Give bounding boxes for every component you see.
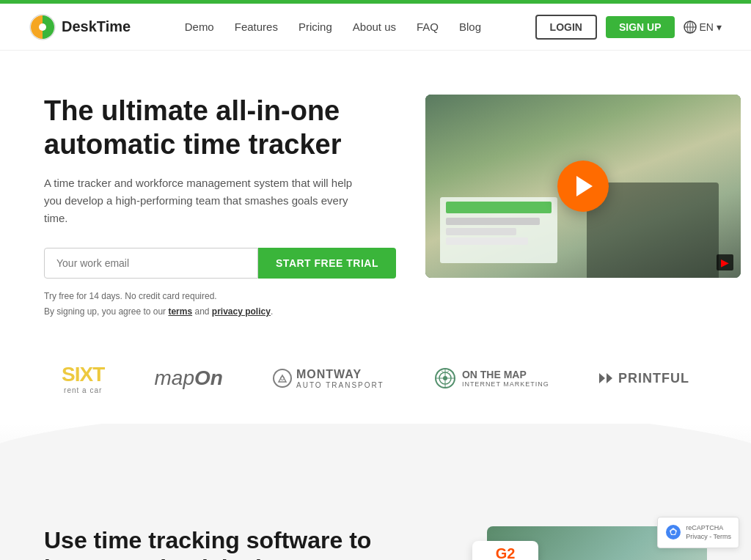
logo[interactable]: DeskTime xyxy=(29,14,131,40)
recaptcha-badge: reCAPTCHA Privacy - Terms xyxy=(657,517,739,548)
login-button[interactable]: LOGIN xyxy=(535,15,597,40)
bottom-section: Use time tracking software to boost prod… xyxy=(0,497,751,560)
mapon-logo: mapOn xyxy=(154,366,222,390)
start-trial-button[interactable]: START FREE TRIAL xyxy=(258,248,396,279)
logo-text: DeskTime xyxy=(62,18,131,35)
fine-print: Try free for 14 days. No credit card req… xyxy=(44,289,396,319)
nav-blog[interactable]: Blog xyxy=(459,21,481,33)
desktime-logo-icon xyxy=(29,14,56,40)
privacy-link[interactable]: privacy policy xyxy=(212,306,271,317)
onthemap-logo: ON THE MAP INTERNET MARKETING xyxy=(434,367,549,389)
signup-form: START FREE TRIAL xyxy=(44,248,396,279)
hero-content: The ultimate all-in-one automatic time t… xyxy=(44,95,396,319)
signup-button[interactable]: SIGN UP xyxy=(606,16,675,38)
video-thumbnail xyxy=(425,95,741,278)
montway-icon xyxy=(273,369,292,388)
email-input[interactable] xyxy=(44,248,258,279)
fine-print-and: and xyxy=(192,306,212,317)
hero-title: The ultimate all-in-one automatic time t… xyxy=(44,95,396,161)
client-logos: SIXT rent a car mapOn MONTWAY AUTO TRANS… xyxy=(0,348,751,424)
nav-faq[interactable]: FAQ xyxy=(417,21,439,33)
sixt-logo: SIXT rent a car xyxy=(62,363,104,394)
svg-point-1 xyxy=(39,23,46,31)
youtube-badge: ▶ xyxy=(717,254,733,270)
navbar: DeskTime Demo Features Pricing About us … xyxy=(0,4,751,51)
g2-logo: G2 xyxy=(496,545,516,560)
g2-badge: G2 Leader Small Business SUMMER 2022 xyxy=(472,541,538,560)
hero-video[interactable]: ▶ xyxy=(425,95,741,278)
lang-label: EN xyxy=(700,21,714,33)
recaptcha-text: reCAPTCHA Privacy - Terms xyxy=(686,523,731,542)
montway-icon-svg xyxy=(277,373,287,383)
lang-chevron-icon: ▾ xyxy=(717,21,722,33)
montway-logo: MONTWAY AUTO TRANSPORT xyxy=(273,368,384,389)
fine-print-line2: By signing up, you agree to our xyxy=(44,306,168,317)
fine-print-line1: Try free for 14 days. No credit card req… xyxy=(44,291,217,301)
globe-icon xyxy=(684,21,697,34)
printful-icon xyxy=(599,373,612,383)
bottom-content: Use time tracking software to boost prod… xyxy=(44,526,411,560)
nav-links: Demo Features Pricing About us FAQ Blog xyxy=(185,21,481,33)
nav-features[interactable]: Features xyxy=(235,21,278,33)
nav-demo[interactable]: Demo xyxy=(185,21,214,33)
onthemap-icon xyxy=(434,367,456,389)
recaptcha-logo xyxy=(665,524,681,540)
play-button[interactable] xyxy=(557,161,609,212)
recaptcha-icon xyxy=(665,524,681,540)
language-selector[interactable]: EN ▾ xyxy=(684,21,722,34)
printful-logo: PRINTFUL xyxy=(599,371,689,386)
svg-point-13 xyxy=(671,530,675,534)
nav-about[interactable]: About us xyxy=(353,21,396,33)
curve-divider xyxy=(0,424,751,497)
nav-actions: LOGIN SIGN UP EN ▾ xyxy=(535,15,722,40)
fine-print-end: . xyxy=(271,306,273,317)
nav-pricing[interactable]: Pricing xyxy=(298,21,332,33)
hero-subtitle: A time tracker and workforce management … xyxy=(44,174,367,227)
bottom-title: Use time tracking software to boost prod… xyxy=(44,526,411,560)
terms-link[interactable]: terms xyxy=(168,306,192,317)
hero-section: The ultimate all-in-one automatic time t… xyxy=(0,51,751,348)
youtube-icon: ▶ xyxy=(721,257,729,268)
play-icon xyxy=(576,176,593,196)
